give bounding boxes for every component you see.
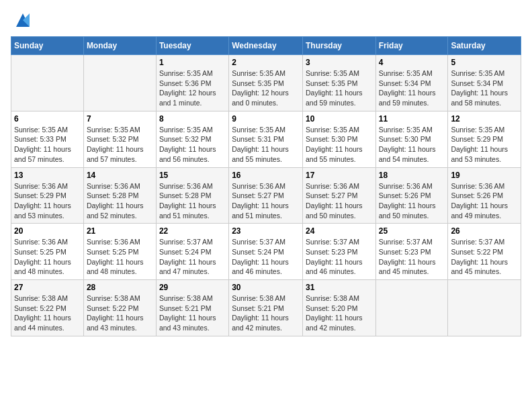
- cell-day-number: 6: [14, 114, 81, 124]
- cell-day-number: 18: [379, 171, 445, 180]
- calendar-cell: [448, 280, 521, 336]
- calendar-cell: 7Sunrise: 5:35 AMSunset: 5:32 PMDaylight…: [83, 111, 156, 167]
- cell-info: Sunrise: 5:37 AMSunset: 5:23 PMDaylight:…: [306, 237, 373, 277]
- logo: [11, 11, 32, 30]
- cell-info: Sunrise: 5:36 AMSunset: 5:26 PMDaylight:…: [379, 181, 445, 221]
- calendar-cell: 19Sunrise: 5:36 AMSunset: 5:26 PMDayligh…: [448, 167, 521, 224]
- cell-day-number: 11: [379, 114, 445, 124]
- day-header: Friday: [375, 37, 448, 55]
- page-header: [11, 11, 521, 30]
- calendar-cell: 30Sunrise: 5:38 AMSunset: 5:21 PMDayligh…: [229, 280, 303, 336]
- cell-day-number: 9: [232, 114, 300, 124]
- calendar-week-row: 13Sunrise: 5:36 AMSunset: 5:29 PMDayligh…: [11, 167, 521, 224]
- cell-day-number: 28: [87, 283, 153, 292]
- calendar-cell: 2Sunrise: 5:35 AMSunset: 5:35 PMDaylight…: [229, 55, 303, 111]
- calendar-cell: 16Sunrise: 5:36 AMSunset: 5:27 PMDayligh…: [229, 167, 303, 224]
- cell-day-number: 10: [306, 114, 373, 124]
- cell-info: Sunrise: 5:35 AMSunset: 5:30 PMDaylight:…: [306, 125, 373, 165]
- cell-day-number: 17: [306, 171, 373, 180]
- cell-info: Sunrise: 5:38 AMSunset: 5:20 PMDaylight:…: [306, 293, 373, 333]
- calendar-cell: 4Sunrise: 5:35 AMSunset: 5:34 PMDaylight…: [375, 55, 448, 111]
- calendar-table: SundayMondayTuesdayWednesdayThursdayFrid…: [11, 36, 521, 336]
- cell-info: Sunrise: 5:37 AMSunset: 5:24 PMDaylight:…: [159, 237, 226, 277]
- day-header: Wednesday: [229, 37, 303, 55]
- cell-day-number: 29: [159, 283, 226, 292]
- calendar-cell: 23Sunrise: 5:37 AMSunset: 5:24 PMDayligh…: [229, 224, 303, 280]
- cell-info: Sunrise: 5:35 AMSunset: 5:33 PMDaylight:…: [14, 125, 81, 165]
- calendar-cell: 6Sunrise: 5:35 AMSunset: 5:33 PMDaylight…: [11, 111, 84, 167]
- calendar-cell: 12Sunrise: 5:35 AMSunset: 5:29 PMDayligh…: [448, 111, 521, 167]
- cell-info: Sunrise: 5:36 AMSunset: 5:27 PMDaylight:…: [232, 181, 300, 221]
- cell-day-number: 1: [159, 58, 226, 67]
- cell-info: Sunrise: 5:36 AMSunset: 5:28 PMDaylight:…: [159, 181, 226, 221]
- logo-icon: [13, 11, 32, 30]
- cell-info: Sunrise: 5:38 AMSunset: 5:21 PMDaylight:…: [159, 293, 226, 333]
- cell-day-number: 23: [232, 226, 300, 236]
- cell-info: Sunrise: 5:35 AMSunset: 5:35 PMDaylight:…: [232, 68, 300, 108]
- calendar-cell: 29Sunrise: 5:38 AMSunset: 5:21 PMDayligh…: [156, 280, 228, 336]
- calendar-cell: [375, 280, 448, 336]
- cell-day-number: 26: [451, 226, 518, 236]
- calendar-cell: 31Sunrise: 5:38 AMSunset: 5:20 PMDayligh…: [302, 280, 375, 336]
- calendar-cell: 20Sunrise: 5:36 AMSunset: 5:25 PMDayligh…: [11, 224, 84, 280]
- cell-info: Sunrise: 5:36 AMSunset: 5:26 PMDaylight:…: [451, 181, 518, 221]
- day-header: Sunday: [11, 37, 84, 55]
- cell-day-number: 30: [232, 283, 300, 292]
- calendar-week-row: 27Sunrise: 5:38 AMSunset: 5:22 PMDayligh…: [11, 280, 521, 336]
- cell-day-number: 2: [232, 58, 300, 67]
- cell-info: Sunrise: 5:36 AMSunset: 5:25 PMDaylight:…: [14, 237, 81, 277]
- cell-day-number: 14: [87, 171, 153, 180]
- day-header: Thursday: [302, 37, 375, 55]
- cell-day-number: 21: [87, 226, 153, 236]
- cell-day-number: 25: [379, 226, 445, 236]
- calendar-week-row: 20Sunrise: 5:36 AMSunset: 5:25 PMDayligh…: [11, 224, 521, 280]
- cell-day-number: 12: [451, 114, 518, 124]
- calendar-cell: 17Sunrise: 5:36 AMSunset: 5:27 PMDayligh…: [302, 167, 375, 224]
- cell-day-number: 3: [306, 58, 373, 67]
- calendar-cell: 26Sunrise: 5:37 AMSunset: 5:22 PMDayligh…: [448, 224, 521, 280]
- cell-info: Sunrise: 5:37 AMSunset: 5:22 PMDaylight:…: [451, 237, 518, 277]
- cell-info: Sunrise: 5:36 AMSunset: 5:27 PMDaylight:…: [306, 181, 373, 221]
- cell-info: Sunrise: 5:35 AMSunset: 5:34 PMDaylight:…: [451, 68, 518, 108]
- calendar-cell: 24Sunrise: 5:37 AMSunset: 5:23 PMDayligh…: [302, 224, 375, 280]
- calendar-cell: 1Sunrise: 5:35 AMSunset: 5:36 PMDaylight…: [156, 55, 228, 111]
- calendar-cell: 8Sunrise: 5:35 AMSunset: 5:32 PMDaylight…: [156, 111, 228, 167]
- calendar-cell: 9Sunrise: 5:35 AMSunset: 5:31 PMDaylight…: [229, 111, 303, 167]
- calendar-cell: 18Sunrise: 5:36 AMSunset: 5:26 PMDayligh…: [375, 167, 448, 224]
- calendar-cell: 21Sunrise: 5:36 AMSunset: 5:25 PMDayligh…: [83, 224, 156, 280]
- cell-day-number: 5: [451, 58, 518, 67]
- calendar-cell: 15Sunrise: 5:36 AMSunset: 5:28 PMDayligh…: [156, 167, 228, 224]
- cell-day-number: 4: [379, 58, 445, 67]
- cell-day-number: 20: [14, 226, 81, 236]
- calendar-cell: 25Sunrise: 5:37 AMSunset: 5:23 PMDayligh…: [375, 224, 448, 280]
- calendar-cell: 22Sunrise: 5:37 AMSunset: 5:24 PMDayligh…: [156, 224, 228, 280]
- calendar-cell: [83, 55, 156, 111]
- calendar-cell: 11Sunrise: 5:35 AMSunset: 5:30 PMDayligh…: [375, 111, 448, 167]
- cell-info: Sunrise: 5:38 AMSunset: 5:21 PMDaylight:…: [232, 293, 300, 333]
- cell-day-number: 15: [159, 171, 226, 180]
- calendar-cell: 13Sunrise: 5:36 AMSunset: 5:29 PMDayligh…: [11, 167, 84, 224]
- cell-day-number: 24: [306, 226, 373, 236]
- cell-info: Sunrise: 5:37 AMSunset: 5:23 PMDaylight:…: [379, 237, 445, 277]
- cell-info: Sunrise: 5:35 AMSunset: 5:32 PMDaylight:…: [159, 125, 226, 165]
- cell-info: Sunrise: 5:36 AMSunset: 5:25 PMDaylight:…: [87, 237, 153, 277]
- cell-day-number: 22: [159, 226, 226, 236]
- cell-info: Sunrise: 5:37 AMSunset: 5:24 PMDaylight:…: [232, 237, 300, 277]
- day-header: Saturday: [448, 37, 521, 55]
- calendar-week-row: 6Sunrise: 5:35 AMSunset: 5:33 PMDaylight…: [11, 111, 521, 167]
- calendar-cell: 27Sunrise: 5:38 AMSunset: 5:22 PMDayligh…: [11, 280, 84, 336]
- cell-day-number: 19: [451, 171, 518, 180]
- day-header: Tuesday: [156, 37, 228, 55]
- cell-info: Sunrise: 5:36 AMSunset: 5:28 PMDaylight:…: [87, 181, 153, 221]
- cell-day-number: 27: [14, 283, 81, 292]
- cell-day-number: 31: [306, 283, 373, 292]
- cell-info: Sunrise: 5:38 AMSunset: 5:22 PMDaylight:…: [14, 293, 81, 333]
- day-header: Monday: [83, 37, 156, 55]
- cell-info: Sunrise: 5:35 AMSunset: 5:31 PMDaylight:…: [232, 125, 300, 165]
- cell-info: Sunrise: 5:35 AMSunset: 5:35 PMDaylight:…: [306, 68, 373, 108]
- cell-info: Sunrise: 5:35 AMSunset: 5:30 PMDaylight:…: [379, 125, 445, 165]
- calendar-cell: 28Sunrise: 5:38 AMSunset: 5:22 PMDayligh…: [83, 280, 156, 336]
- cell-info: Sunrise: 5:36 AMSunset: 5:29 PMDaylight:…: [14, 181, 81, 221]
- calendar-cell: 5Sunrise: 5:35 AMSunset: 5:34 PMDaylight…: [448, 55, 521, 111]
- calendar-cell: 10Sunrise: 5:35 AMSunset: 5:30 PMDayligh…: [302, 111, 375, 167]
